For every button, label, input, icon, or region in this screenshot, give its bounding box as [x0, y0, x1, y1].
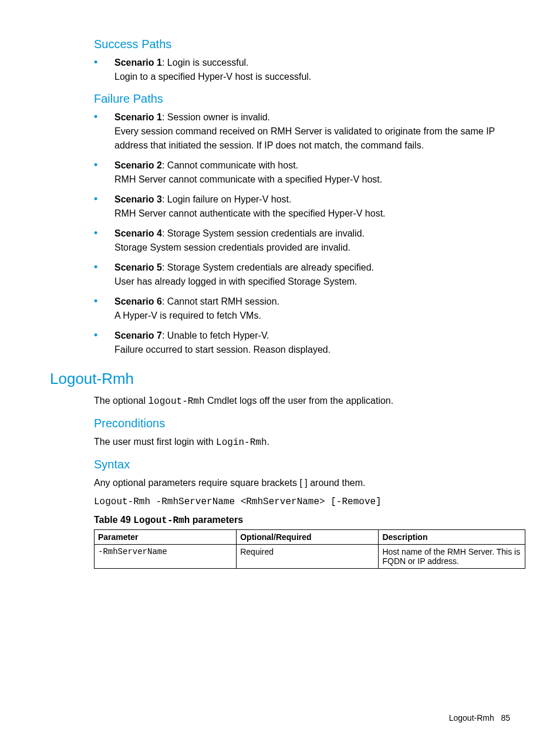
- scenario-title: Storage System session credentials are i…: [167, 228, 365, 238]
- table-row: -RmhServerName Required Host name of the…: [95, 545, 525, 569]
- cell-optional-required: Required: [237, 545, 379, 569]
- list-item: Scenario 3: Login failure on Hyper-V hos…: [94, 193, 510, 221]
- scenario-label: Scenario 6: [114, 296, 162, 306]
- list-item: Scenario 6: Cannot start RMH session. A …: [94, 295, 510, 323]
- scenario-detail: Storage System session credentials provi…: [114, 242, 350, 252]
- caption-code: Logout-Rmh: [133, 515, 190, 526]
- list-item: Scenario 1: Login is successful. Login t…: [94, 56, 510, 84]
- heading-success-paths: Success Paths: [94, 38, 510, 51]
- scenario-label: Scenario 7: [114, 330, 162, 340]
- pre-text-post: .: [267, 437, 269, 447]
- list-item: Scenario 1: Session owner is invalid. Ev…: [94, 110, 510, 153]
- table-caption: Table 49 Logout-Rmh parameters: [94, 515, 510, 526]
- list-item: Scenario 4: Storage System session crede…: [94, 227, 510, 255]
- scenario-label: Scenario 5: [114, 262, 162, 272]
- scenario-detail: User has already logged in with specifie…: [114, 276, 357, 286]
- scenario-label: Scenario 4: [114, 228, 162, 238]
- scenario-label: Scenario 1: [114, 58, 162, 67]
- intro-text-post: Cmdlet logs off the user from the applic…: [205, 396, 394, 406]
- list-item: Scenario 5: Storage System credentials a…: [94, 261, 510, 289]
- scenario-title: Login is successful.: [167, 58, 249, 67]
- list-item: Scenario 7: Unable to fetch Hyper-V. Fai…: [94, 329, 510, 357]
- page-footer: Logout-Rmh 85: [449, 713, 510, 723]
- page-content: Success Paths Scenario 1: Login is succe…: [0, 0, 560, 746]
- failure-list: Scenario 1: Session owner is invalid. Ev…: [94, 110, 510, 357]
- pre-text-pre: The user must first login with: [94, 437, 216, 447]
- parameters-table: Parameter Optional/Required Description …: [94, 529, 525, 569]
- scenario-title: Session owner is invalid.: [167, 112, 270, 122]
- scenario-title: Storage System credentials are already s…: [167, 262, 374, 272]
- scenario-detail: RMH Server cannot authenticate with the …: [114, 208, 386, 218]
- cell-description: Host name of the RMH Server. This is FQD…: [379, 545, 525, 569]
- scenario-label: Scenario 1: [114, 112, 162, 122]
- caption-pre: Table 49: [94, 515, 133, 525]
- pre-code: Login-Rmh: [216, 437, 266, 448]
- intro-code: logout-Rmh: [149, 396, 205, 407]
- syntax-note: Any optional parameters require square b…: [94, 476, 510, 490]
- logout-intro: The optional logout-Rmh Cmdlet logs off …: [94, 394, 510, 409]
- scenario-detail: Every session command received on RMH Se…: [114, 126, 495, 150]
- footer-page: 85: [501, 713, 510, 723]
- footer-title: Logout-Rmh: [449, 713, 494, 723]
- list-item: Scenario 2: Cannot communicate with host…: [94, 158, 510, 187]
- scenario-label: Scenario 2: [114, 160, 162, 170]
- scenario-title: Login failure on Hyper-V host.: [167, 194, 292, 204]
- cell-parameter: -RmhServerName: [95, 545, 237, 569]
- col-parameter: Parameter: [95, 530, 237, 545]
- heading-syntax: Syntax: [94, 458, 510, 471]
- intro-text-pre: The optional: [94, 396, 149, 406]
- col-optional-required: Optional/Required: [237, 530, 379, 545]
- scenario-detail: Login to a specified Hyper-V host is suc…: [114, 72, 311, 82]
- success-list: Scenario 1: Login is successful. Login t…: [94, 56, 510, 84]
- scenario-title: Unable to fetch Hyper-V.: [167, 330, 269, 340]
- preconditions-text: The user must first login with Login-Rmh…: [94, 435, 510, 450]
- scenario-label: Scenario 3: [114, 194, 162, 204]
- scenario-title: Cannot communicate with host.: [167, 160, 298, 170]
- syntax-code: Logout-Rmh -RmhServerName <RmhServerName…: [94, 495, 510, 509]
- heading-failure-paths: Failure Paths: [94, 92, 510, 106]
- scenario-detail: Failure occurred to start session. Reaso…: [114, 345, 330, 355]
- col-description: Description: [379, 530, 525, 545]
- table-header-row: Parameter Optional/Required Description: [95, 530, 525, 545]
- caption-post: parameters: [190, 515, 243, 525]
- scenario-detail: RMH Server cannot communicate with a spe…: [114, 174, 382, 184]
- scenario-detail: A Hyper-V is required to fetch VMs.: [114, 310, 261, 320]
- heading-preconditions: Preconditions: [94, 417, 510, 430]
- scenario-title: Cannot start RMH session.: [167, 296, 279, 306]
- heading-logout-rmh: Logout-Rmh: [50, 370, 510, 388]
